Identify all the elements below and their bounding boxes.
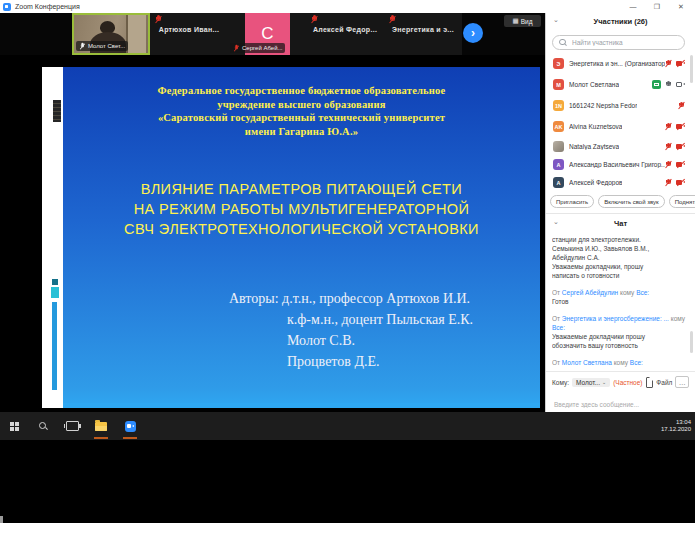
chat-message: станции для электротележки. Семыкина И.Ю… bbox=[552, 235, 690, 280]
chat-message-list[interactable]: станции для электротележки. Семыкина И.Ю… bbox=[552, 235, 690, 368]
mic-muted-icon bbox=[665, 179, 672, 187]
restore-icon[interactable]: ❐ bbox=[645, 0, 669, 13]
participants-header: ⌄ Участники (26) bbox=[546, 15, 695, 27]
mic-on-icon bbox=[665, 81, 672, 89]
camera-off-icon bbox=[676, 161, 685, 169]
zoom-app-icon bbox=[125, 421, 136, 432]
file-button[interactable]: Файл bbox=[656, 379, 672, 386]
avatar: М bbox=[553, 79, 564, 90]
video-tile-molot[interactable]: Молот Свет... bbox=[72, 13, 150, 55]
more-options-button[interactable]: … bbox=[675, 376, 689, 388]
tile-name-label: Молот Свет... bbox=[76, 41, 128, 51]
minimize-icon[interactable]: — bbox=[621, 0, 645, 13]
window-title: Zoom Конференция bbox=[15, 3, 80, 10]
invite-button[interactable]: Пригласить bbox=[550, 195, 594, 208]
mic-muted-icon bbox=[678, 102, 685, 110]
participants-title: Участники (26) bbox=[546, 17, 695, 26]
taskbar-search-button[interactable] bbox=[33, 412, 53, 440]
task-view-icon bbox=[66, 421, 79, 431]
camera-off-icon bbox=[676, 123, 685, 131]
chat-message: От Молот Светлана кому Все: Готова bbox=[552, 358, 690, 368]
video-tile-energetika[interactable]: Энергетика и э... bbox=[384, 13, 462, 55]
participant-row[interactable]: Natalya Zaytseva bbox=[546, 137, 695, 156]
folder-icon bbox=[95, 422, 107, 431]
slide-institution-header: Федеральное государственное бюджетное об… bbox=[63, 84, 540, 138]
mic-muted-icon bbox=[665, 60, 672, 68]
participant-name: Алексей Федоров bbox=[569, 179, 622, 186]
next-participants-button[interactable]: › bbox=[463, 23, 483, 43]
search-icon bbox=[39, 422, 47, 430]
rail-scrollbar[interactable] bbox=[52, 302, 57, 390]
participant-row[interactable]: 1N 1661242 Nepsha Fedor bbox=[546, 96, 695, 115]
video-tile-sergey[interactable]: C Сергей Абей... bbox=[228, 13, 306, 55]
screen-share-icon bbox=[652, 80, 661, 89]
participant-row[interactable]: Э Энергетика и эн... (Организатор) bbox=[546, 54, 695, 73]
mic-muted-icon bbox=[389, 15, 396, 23]
mic-muted-icon bbox=[311, 15, 318, 23]
side-panel: ⌄ Участники (26) Э Энергетика и эн... (О… bbox=[545, 13, 695, 412]
clock-time: 13:04 bbox=[661, 419, 691, 426]
file-icon bbox=[646, 377, 654, 388]
view-button[interactable]: ▦ Вид bbox=[504, 15, 541, 27]
window-controls: — ❐ ✕ bbox=[621, 0, 693, 13]
chat-composer: Кому: Молот... ⌄ (Частное) Файл … bbox=[546, 371, 695, 411]
participant-row[interactable]: А Алексей Федоров bbox=[546, 173, 695, 192]
mic-muted-icon bbox=[665, 161, 672, 169]
recipient-dropdown[interactable]: Молот... ⌄ bbox=[572, 378, 610, 387]
camera-on-icon bbox=[676, 81, 685, 89]
search-input[interactable] bbox=[570, 38, 674, 47]
participant-name: Alvina Kuznetsova bbox=[569, 123, 622, 130]
zoom-taskbar-button[interactable] bbox=[120, 412, 140, 440]
participant-row[interactable]: М Молот Светлана bbox=[546, 75, 695, 94]
grid-view-icon: ▦ bbox=[513, 17, 519, 25]
task-view-button[interactable] bbox=[62, 412, 82, 440]
slide-title: ВЛИЯНИЕ ПАРАМЕТРОВ ПИТАЮЩЕЙ СЕТИ НА РЕЖИ… bbox=[63, 179, 540, 239]
search-icon bbox=[559, 39, 567, 47]
avatar: Э bbox=[553, 58, 564, 69]
window-titlebar: Zoom Конференция — ❐ ✕ bbox=[0, 0, 695, 13]
presentation-side-rail bbox=[42, 67, 63, 408]
video-tile-artyukhov[interactable]: Артюхов Иван... bbox=[150, 13, 228, 55]
close-icon[interactable]: ✕ bbox=[669, 0, 693, 13]
participant-row[interactable]: AK Alvina Kuznetsova bbox=[546, 117, 695, 136]
camera-off-icon bbox=[676, 179, 685, 187]
avatar-photo bbox=[553, 141, 564, 152]
camera-off-icon bbox=[676, 143, 685, 151]
chevron-down-icon: ⌄ bbox=[602, 379, 606, 385]
taskbar-clock[interactable]: 13:04 17.12.2020 bbox=[661, 419, 691, 433]
avatar: 1N bbox=[553, 100, 564, 111]
participant-name: Александр Васильевич Григор... bbox=[569, 161, 665, 168]
participants-scrollbar[interactable] bbox=[690, 55, 693, 83]
video-filmstrip: Молот Свет... Артюхов Иван... C Сергей А… bbox=[0, 13, 545, 55]
windows-taskbar: 13:04 17.12.2020 bbox=[0, 412, 695, 440]
chat-message-input[interactable] bbox=[552, 400, 686, 409]
slide-authors: Авторы: д.т.н., профессор Артюхов И.И. к… bbox=[229, 288, 473, 372]
camera-off-icon bbox=[676, 60, 685, 68]
participant-search[interactable] bbox=[552, 35, 685, 50]
next-arrow-icon: › bbox=[471, 27, 475, 39]
chat-title: Чат bbox=[546, 219, 695, 228]
start-button[interactable] bbox=[4, 412, 24, 440]
bottom-margin bbox=[0, 523, 695, 542]
privacy-label: (Частное) bbox=[613, 379, 642, 386]
tile-name-label: Сергей Абей... bbox=[230, 43, 285, 53]
raise-hand-button[interactable]: Поднять руку bbox=[669, 195, 695, 208]
chat-scrollbar[interactable] bbox=[690, 331, 693, 353]
participant-name: Natalya Zaytseva bbox=[569, 143, 619, 150]
participant-name: Молот Светлана bbox=[569, 81, 619, 88]
participant-row[interactable]: А Александр Васильевич Григор... bbox=[546, 155, 695, 174]
participant-name: Энергетика и эн... (Организатор) bbox=[569, 60, 665, 67]
shared-slide: Федеральное государственное бюджетное об… bbox=[63, 67, 540, 408]
video-tile-aleksey[interactable]: Алексей Федор... bbox=[306, 13, 384, 55]
mic-muted-icon bbox=[665, 123, 672, 131]
clock-date: 17.12.2020 bbox=[661, 426, 691, 433]
file-explorer-button[interactable] bbox=[91, 412, 111, 440]
chat-message: От Энергетика и энергосбережение: ... ко… bbox=[552, 314, 690, 350]
chat-header: ⌄ Чат bbox=[546, 217, 695, 229]
slide-thumbnail[interactable] bbox=[53, 100, 61, 122]
to-label: Кому: bbox=[552, 379, 569, 386]
unmute-button[interactable]: Включить свой звук bbox=[598, 195, 665, 208]
zoom-app-window: Zoom Конференция — ❐ ✕ Молот Свет... Арт… bbox=[0, 0, 695, 542]
avatar: AK bbox=[553, 121, 564, 132]
mic-muted-icon bbox=[234, 45, 240, 51]
